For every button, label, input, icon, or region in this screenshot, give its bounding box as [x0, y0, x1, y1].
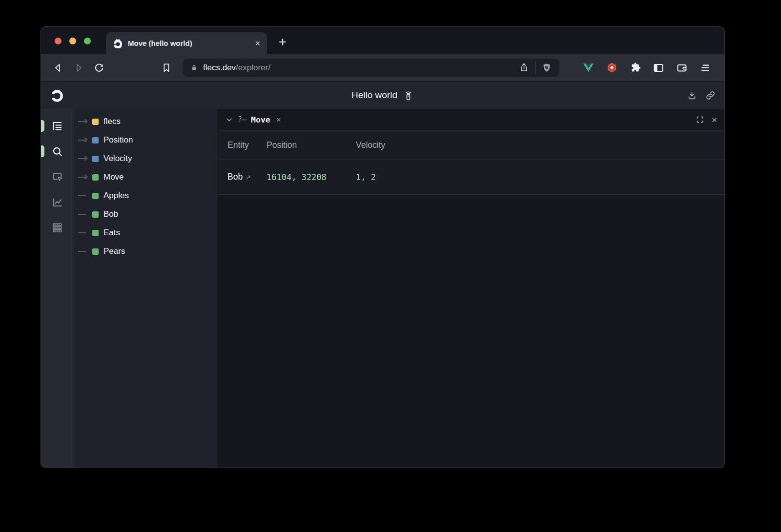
entity-tag [92, 119, 99, 125]
tree-item[interactable]: Eats [74, 224, 217, 242]
tree-connector [78, 209, 89, 219]
toolbar-divider [535, 62, 535, 74]
browser-window: Move (hello world) × + [41, 27, 724, 468]
search-icon[interactable] [47, 141, 68, 162]
entity-tree-panel: flecs Position Velocity Move Apples [74, 109, 217, 468]
expand-arrow-icon[interactable] [83, 175, 88, 180]
entity-tag [92, 156, 99, 162]
entity-tag [92, 230, 99, 236]
browser-tab-bar: Move (hello world) × + [41, 27, 724, 54]
tree-connector[interactable] [78, 172, 89, 182]
query-tab-title: Move [251, 115, 270, 124]
inspect-icon[interactable] [47, 166, 68, 187]
stats-icon[interactable] [47, 192, 68, 212]
chevron-down-icon[interactable] [225, 116, 233, 124]
column-header: Velocity [356, 140, 724, 150]
tree-item-label: Move [103, 172, 124, 182]
expand-arrow-icon[interactable] [83, 138, 88, 143]
entity-link-icon[interactable]: ↗ [245, 173, 251, 181]
flecs-favicon-icon [113, 38, 123, 48]
tree-connector [78, 191, 89, 201]
tree-item-label: Pears [103, 246, 125, 256]
tab-title: Move (hello world) [128, 39, 250, 47]
tree-item[interactable]: Velocity [74, 149, 217, 168]
app-header: Hello world [41, 81, 724, 109]
app-content: flecs Position Velocity Move Apples [41, 109, 724, 468]
panel-close-icon[interactable]: × [712, 115, 717, 124]
active-panel-indicator [41, 120, 44, 132]
velocity-value: 1, 2 [356, 172, 724, 182]
brave-shield-icon[interactable] [541, 62, 552, 73]
address-bar[interactable]: flecs.dev/explorer/ [183, 59, 559, 77]
entity-tag [92, 137, 99, 143]
new-tab-button[interactable]: + [279, 36, 287, 49]
back-icon[interactable] [48, 58, 68, 78]
tree-icon[interactable] [47, 116, 68, 136]
flecs-logo-icon[interactable] [50, 88, 64, 102]
query-close-icon[interactable]: × [276, 116, 281, 124]
tree-item-label: Apples [103, 191, 129, 201]
tree-item[interactable]: Move [74, 168, 217, 186]
world-title: Hello world [351, 90, 414, 101]
extensions-area [580, 60, 714, 76]
tree-connector [78, 228, 89, 238]
tree-item[interactable]: Apples [74, 186, 217, 205]
close-window-button[interactable] [55, 38, 62, 44]
tab-close-icon[interactable]: × [255, 39, 260, 48]
window-controls [55, 38, 91, 44]
tree-item-label: Position [103, 135, 133, 145]
tree-item-label: Bob [103, 209, 118, 219]
tree-connector[interactable] [78, 154, 89, 164]
query-prefix: ?– [238, 115, 247, 124]
zoom-window-button[interactable] [84, 38, 91, 44]
query-results-empty-area [218, 195, 724, 468]
reload-icon[interactable] [89, 58, 109, 78]
icon-sidebar [41, 109, 74, 468]
tree-item-label: Eats [103, 228, 120, 238]
url-path: /explorer/ [236, 63, 270, 73]
browser-toolbar: flecs.dev/explorer/ [41, 54, 724, 81]
hexagon-extension-icon[interactable] [603, 60, 620, 76]
entity-tag [92, 211, 99, 218]
tree-connector[interactable] [78, 135, 89, 145]
share-icon[interactable] [519, 62, 529, 73]
position-value: 16104, 32208 [267, 172, 356, 182]
table-row[interactable]: Bob↗ 16104, 32208 1, 2 [218, 160, 724, 195]
extensions-puzzle-icon[interactable] [627, 60, 643, 76]
sidebar-toggle-icon[interactable] [650, 60, 667, 76]
fullscreen-icon[interactable] [696, 115, 704, 124]
page-title: Hello world [351, 90, 397, 101]
tree-connector[interactable] [78, 117, 89, 126]
header-actions [687, 90, 716, 101]
tree-item-label: flecs [103, 117, 121, 126]
query-panel-header: ?– Move × × [218, 109, 724, 131]
expand-arrow-icon[interactable] [83, 156, 88, 161]
rows-icon[interactable] [47, 217, 68, 238]
entity-tag [92, 248, 99, 255]
minimize-window-button[interactable] [69, 38, 76, 44]
column-header: Entity [218, 140, 267, 150]
entity-tag [92, 174, 99, 181]
tree-item[interactable]: Position [74, 131, 217, 149]
remote-icon[interactable] [403, 90, 414, 101]
tree-item-label: Velocity [103, 154, 132, 164]
link-icon[interactable] [705, 90, 716, 101]
tree-item[interactable]: Pears [74, 242, 217, 261]
menu-icon[interactable] [697, 60, 714, 76]
tree-connector [78, 246, 89, 256]
forward-icon[interactable] [68, 58, 89, 78]
tree-item[interactable]: flecs [74, 112, 217, 131]
download-icon[interactable] [687, 90, 697, 101]
bookmark-icon[interactable] [156, 58, 177, 78]
tree-item[interactable]: Bob [74, 205, 217, 224]
vue-devtools-icon[interactable] [580, 60, 596, 76]
lock-icon [190, 63, 198, 72]
expand-arrow-icon[interactable] [83, 119, 88, 124]
browser-tab[interactable]: Move (hello world) × [106, 32, 267, 54]
table-header: Entity Position Velocity [218, 131, 724, 160]
query-panel: ?– Move × × Entity Position Ve [217, 109, 724, 468]
entity-name[interactable]: Bob [227, 172, 243, 182]
entity-tag [92, 193, 99, 199]
wallet-icon[interactable] [674, 60, 690, 76]
active-panel-indicator [41, 145, 44, 157]
